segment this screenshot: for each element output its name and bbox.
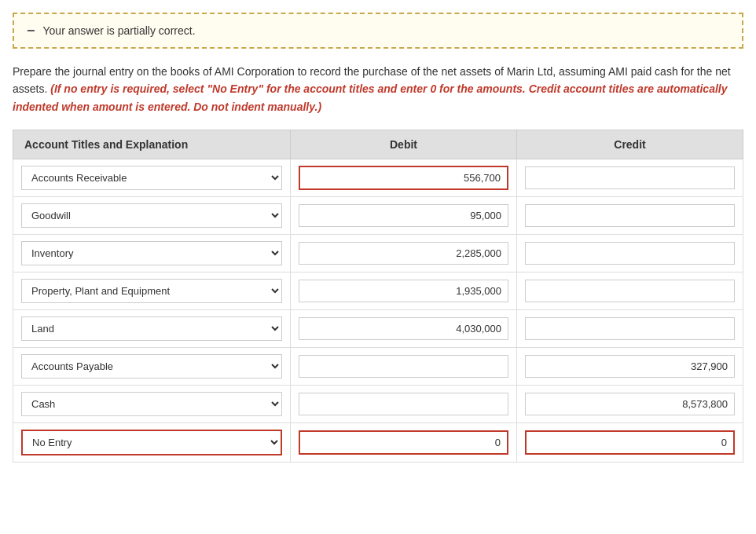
- account-select-6[interactable]: Cash: [21, 392, 282, 416]
- debit-input-7[interactable]: [299, 430, 508, 455]
- account-select-1[interactable]: Goodwill: [21, 203, 282, 228]
- credit-input-4[interactable]: [525, 317, 735, 340]
- minus-icon: −: [27, 24, 35, 38]
- header-account: Account Titles and Explanation: [13, 130, 291, 159]
- account-select-3[interactable]: Property, Plant and Equipment: [21, 279, 282, 303]
- account-select-0[interactable]: Accounts Receivable: [21, 166, 282, 190]
- debit-input-0[interactable]: [299, 166, 508, 190]
- credit-input-0[interactable]: [525, 166, 735, 189]
- table-row: No Entry: [13, 423, 743, 463]
- table-row: Accounts Receivable: [13, 159, 743, 197]
- header-credit: Credit: [517, 130, 743, 159]
- debit-input-3[interactable]: [299, 280, 508, 302]
- instructions-block: Prepare the journal entry on the books o…: [13, 63, 743, 115]
- instructions-italic: (If no entry is required, select "No Ent…: [13, 82, 727, 112]
- credit-input-3[interactable]: [525, 280, 735, 302]
- credit-input-2[interactable]: [525, 242, 735, 265]
- debit-input-5[interactable]: [299, 355, 508, 378]
- account-select-4[interactable]: Land: [21, 316, 282, 341]
- table-row: Cash: [13, 386, 743, 423]
- alert-message: Your answer is partially correct.: [43, 24, 196, 37]
- debit-input-2[interactable]: [299, 242, 508, 265]
- credit-input-6[interactable]: [525, 393, 735, 415]
- table-row: Inventory: [13, 235, 743, 272]
- table-row: Accounts Payable: [13, 348, 743, 386]
- alert-box: − Your answer is partially correct.: [13, 13, 743, 49]
- header-debit: Debit: [291, 130, 517, 159]
- table-row: Goodwill: [13, 197, 743, 235]
- debit-input-1[interactable]: [299, 204, 508, 227]
- debit-input-4[interactable]: [299, 317, 508, 340]
- table-row: Land: [13, 310, 743, 348]
- account-select-2[interactable]: Inventory: [21, 241, 282, 265]
- credit-input-1[interactable]: [525, 204, 735, 227]
- debit-input-6[interactable]: [299, 393, 508, 415]
- table-row: Property, Plant and Equipment: [13, 272, 743, 310]
- account-select-5[interactable]: Accounts Payable: [21, 354, 282, 379]
- account-select-7[interactable]: No Entry: [21, 430, 282, 455]
- credit-input-7[interactable]: [525, 430, 735, 455]
- credit-input-5[interactable]: [525, 355, 735, 378]
- journal-table: Account Titles and Explanation Debit Cre…: [13, 130, 743, 463]
